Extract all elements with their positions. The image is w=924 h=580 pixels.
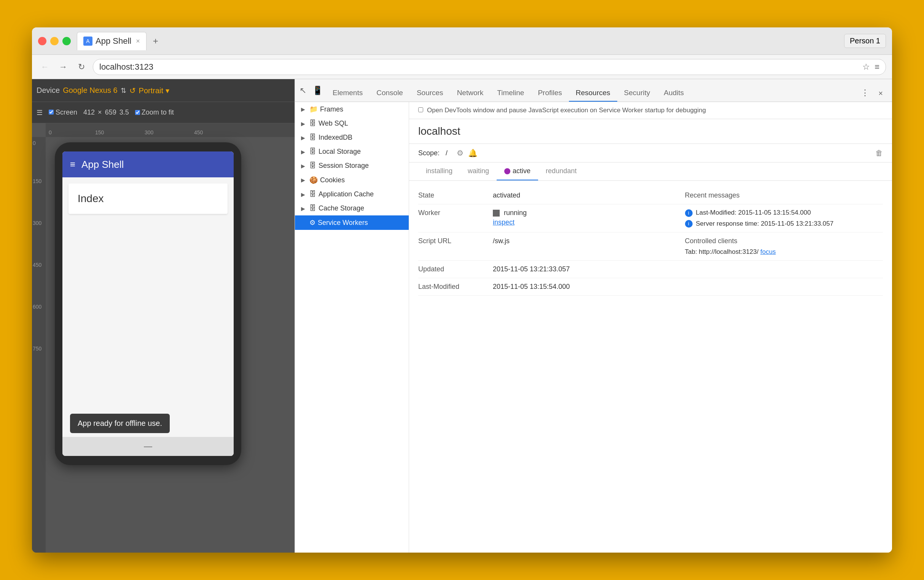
phone-nav-bottom: — xyxy=(63,437,234,456)
tree-icon-appcache: 🗄 xyxy=(310,190,316,198)
address-bar[interactable]: localhost:3123 ☆ ≡ xyxy=(93,59,886,75)
tree-icon-frames: 📁 xyxy=(310,105,318,114)
worker-value: running inspect xyxy=(487,204,685,232)
tab-audits[interactable]: Audits xyxy=(657,85,691,102)
main-content: Device Google Nexus 6 ⇅ ↺ Portrait ▾ ☰ S… xyxy=(32,79,892,553)
sw-tab-waiting-label: waiting xyxy=(468,167,489,175)
zoom-fit: Zoom to fit xyxy=(135,109,174,117)
title-bar: A App Shell × + Person 1 xyxy=(32,27,892,55)
refresh-button[interactable]: ↻ xyxy=(74,60,88,74)
browser-tab[interactable]: A App Shell × xyxy=(77,32,147,50)
maximize-button[interactable] xyxy=(63,37,71,45)
screen-width[interactable]: 412 xyxy=(83,109,95,117)
devtools-body: ▶ 📁 Frames ▶ 🗄 Web SQL ▶ 🗄 IndexedDB xyxy=(295,102,892,553)
tree-item-websql[interactable]: ▶ 🗄 Web SQL xyxy=(295,117,409,130)
zoom-fit-checkbox[interactable] xyxy=(135,110,140,115)
profile-button[interactable]: Person 1 xyxy=(844,34,886,48)
screen-label: Screen xyxy=(49,109,77,117)
worker-label: Worker xyxy=(418,204,487,232)
device-refresh-button[interactable]: ↺ xyxy=(129,86,136,95)
tree-item-localstorage[interactable]: ▶ 🗄 Local Storage xyxy=(295,145,409,159)
tab-profiles[interactable]: Profiles xyxy=(531,85,568,102)
screen-zoom[interactable]: 3.5 xyxy=(120,109,129,117)
device-arrows-icon[interactable]: ⇅ xyxy=(121,86,126,95)
tab-resources[interactable]: Resources xyxy=(569,85,617,102)
screen-checkbox[interactable] xyxy=(49,110,54,115)
message1-text: Last-Modified: 2015-11-05 13:15:54.000 xyxy=(696,209,810,216)
ruler-mark-v-600: 600 xyxy=(33,304,41,310)
toast-message: App ready for offline use. xyxy=(70,414,170,433)
sw-scope-value: / xyxy=(446,149,448,157)
tree-item-cookies[interactable]: ▶ 🍪 Cookies xyxy=(295,173,409,187)
tree-item-serviceworkers[interactable]: ⚙ Service Workers xyxy=(295,216,409,230)
tree-arrow-frames: ▶ xyxy=(301,106,307,112)
tree-arrow-websql: ▶ xyxy=(301,121,307,127)
cursor-tool-icon[interactable]: ↖ xyxy=(300,86,306,96)
tree-item-frames[interactable]: ▶ 📁 Frames xyxy=(295,102,409,117)
tree-icon-cookies: 🍪 xyxy=(310,176,318,184)
nav-bar: ← → ↻ localhost:3123 ☆ ≡ xyxy=(32,55,892,79)
sw-scope-icons: ⚙ 🔔 xyxy=(457,148,478,158)
hamburger-icon[interactable]: ≡ xyxy=(70,159,75,170)
new-tab-button[interactable]: + xyxy=(148,33,163,49)
minimize-button[interactable] xyxy=(50,37,59,45)
tab-bar: A App Shell × + xyxy=(77,32,844,50)
updated-label: Updated xyxy=(418,261,487,278)
sw-delete-icon[interactable]: 🗑 xyxy=(875,149,883,158)
focus-link[interactable]: focus xyxy=(760,248,776,255)
tab-timeline[interactable]: Timeline xyxy=(490,85,531,102)
tree-item-indexeddb[interactable]: ▶ 🗄 IndexedDB xyxy=(295,130,409,145)
sw-scope-row: Scope: / ⚙ 🔔 🗑 xyxy=(409,144,892,163)
sw-settings-icon[interactable]: ⚙ xyxy=(457,148,463,158)
tab-title: App Shell xyxy=(96,36,131,46)
phone-screen-header: ≡ App Shell xyxy=(63,152,234,177)
sub-icon: ☰ xyxy=(36,109,43,117)
more-tabs-button[interactable]: ⋮ xyxy=(856,84,874,102)
screen-info: 412 × 659 3.5 xyxy=(83,109,129,117)
tree-item-sessionstorage[interactable]: ▶ 🗄 Session Storage xyxy=(295,159,409,173)
close-devtools-button[interactable]: × xyxy=(874,85,888,102)
last-modified-extra xyxy=(685,278,883,296)
tab-console[interactable]: Console xyxy=(369,85,410,102)
index-card-title: Index xyxy=(77,193,104,204)
tree-item-appcache[interactable]: ▶ 🗄 Application Cache xyxy=(295,187,409,201)
ruler-mark-v-0: 0 xyxy=(33,140,36,146)
tree-item-cachestorage[interactable]: ▶ 🗄 Cache Storage xyxy=(295,201,409,216)
controlled-clients-label: Controlled clients xyxy=(685,237,883,245)
sw-bell-icon[interactable]: 🔔 xyxy=(468,148,478,158)
tree-label-serviceworkers: Service Workers xyxy=(318,219,368,227)
message2-text: Server response time: 2015-11-05 13:21:3… xyxy=(696,220,833,227)
worker-state-text: running xyxy=(504,209,527,217)
tree-icon-indexeddb: 🗄 xyxy=(310,133,316,142)
sw-tab-active[interactable]: active xyxy=(497,163,538,180)
close-button[interactable] xyxy=(38,37,46,45)
traffic-lights xyxy=(38,37,71,45)
orientation-select[interactable]: Portrait ▾ xyxy=(139,86,170,95)
tree-icon-localstorage: 🗄 xyxy=(310,148,316,156)
tab-network[interactable]: Network xyxy=(450,85,491,102)
sw-host-text: localhost xyxy=(418,125,461,137)
forward-button[interactable]: → xyxy=(56,60,70,74)
screen-height[interactable]: 659 xyxy=(105,109,117,117)
menu-icon[interactable]: ≡ xyxy=(875,62,880,72)
back-button[interactable]: ← xyxy=(38,60,52,74)
sw-tab-active-label: active xyxy=(512,167,530,175)
controlled-clients-section: Controlled clients Tab: http://localhost… xyxy=(685,232,883,261)
tab-security[interactable]: Security xyxy=(617,85,657,102)
script-url-value: /sw.js xyxy=(487,232,685,261)
state-label: State xyxy=(418,187,487,204)
device-select[interactable]: Google Nexus 6 xyxy=(63,86,117,95)
mobile-tool-icon[interactable]: 📱 xyxy=(313,86,323,96)
tab-elements[interactable]: Elements xyxy=(326,85,369,102)
sw-tab-installing[interactable]: installing xyxy=(418,163,460,180)
tab-close-button[interactable]: × xyxy=(136,37,140,45)
horizontal-ruler: 0 150 300 450 xyxy=(46,123,295,137)
bookmark-icon[interactable]: ☆ xyxy=(862,62,870,72)
debug-checkbox[interactable] xyxy=(418,107,423,112)
zoom-fit-label: Zoom to fit xyxy=(142,109,174,117)
inspect-link[interactable]: inspect xyxy=(493,218,679,226)
sw-tab-redundant[interactable]: redundant xyxy=(538,163,584,180)
sw-tab-waiting[interactable]: waiting xyxy=(460,163,497,180)
tab-sources[interactable]: Sources xyxy=(410,85,450,102)
debug-checkbox-row: Open DevTools window and pause JavaScrip… xyxy=(409,102,892,119)
